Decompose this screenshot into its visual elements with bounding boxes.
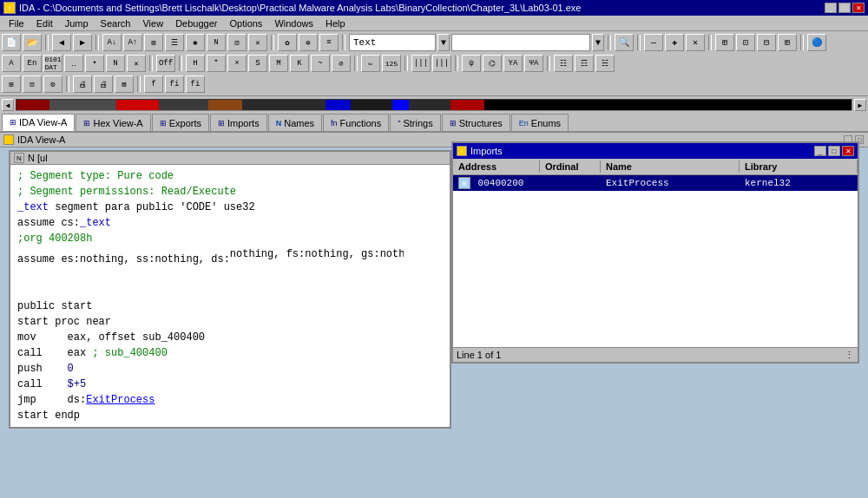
- minimize-button[interactable]: _: [825, 3, 837, 13]
- menu-search[interactable]: Search: [95, 17, 136, 29]
- imports-close[interactable]: ✕: [842, 146, 854, 156]
- tb21[interactable]: ⊞: [778, 34, 797, 51]
- r2-9[interactable]: H: [186, 55, 205, 72]
- tb22[interactable]: 🔵: [807, 34, 826, 51]
- tb7[interactable]: ✱: [186, 34, 205, 51]
- r3-1[interactable]: ⊞: [2, 75, 21, 93]
- second-dropdown[interactable]: [451, 34, 590, 51]
- r2-13[interactable]: M: [269, 55, 288, 72]
- tb8[interactable]: N: [207, 34, 226, 51]
- tab-exports[interactable]: ⊞ Exports: [152, 114, 209, 131]
- tab-label-strings: Strings: [403, 118, 432, 128]
- close-button[interactable]: ✕: [852, 3, 865, 13]
- imports-maximize[interactable]: □: [828, 146, 840, 156]
- tab-imports[interactable]: ⊞ Imports: [210, 114, 267, 131]
- r2-6[interactable]: N: [106, 55, 125, 72]
- forward-button[interactable]: ▶: [73, 34, 92, 51]
- tb3[interactable]: A↓: [102, 34, 122, 51]
- code-line-2: ; Segment permissions: Read/Execute: [17, 184, 443, 200]
- r2-25[interactable]: ☷: [554, 55, 573, 72]
- r2-21[interactable]: ψ: [462, 55, 481, 72]
- r2-12[interactable]: S: [248, 55, 267, 72]
- r2-10[interactable]: *: [207, 55, 226, 72]
- tb19[interactable]: ⊡: [736, 34, 755, 51]
- tb11[interactable]: ✿: [278, 34, 297, 51]
- tab-structures[interactable]: ⊞ Structures: [442, 114, 510, 131]
- r2-14[interactable]: K: [290, 55, 309, 72]
- code-window: N N [ul ; Segment type: Pure code ; Segm…: [9, 150, 451, 429]
- r2-27[interactable]: ☵: [595, 55, 615, 72]
- tab-strings[interactable]: " Strings: [390, 114, 440, 131]
- tab-hex-view-a[interactable]: ⊞ Hex View-A: [76, 114, 150, 131]
- toolbar-area: 📄 📂 ◀ ▶ A↓ A↑ ⊞ ☰ ✱ N ⊡ ✕ ✿ ⊕ ≡ Text ▼ ▼…: [0, 31, 868, 96]
- tb18[interactable]: ⊞: [715, 34, 734, 51]
- menu-edit[interactable]: Edit: [31, 17, 58, 29]
- code-content[interactable]: ; Segment type: Pure code ; Segment perm…: [10, 165, 450, 427]
- menu-help[interactable]: Help: [320, 17, 351, 29]
- r2-23[interactable]: YA: [503, 55, 523, 72]
- r2-26[interactable]: ☶: [575, 55, 594, 72]
- r3-9[interactable]: fi: [186, 75, 205, 93]
- color-strip: [16, 99, 852, 111]
- text-dropdown[interactable]: Text: [349, 34, 436, 51]
- r2-16[interactable]: ⊘: [332, 55, 351, 72]
- r2-7[interactable]: ✕: [127, 55, 146, 72]
- nav-prev[interactable]: ◀: [2, 99, 14, 111]
- seg-red3: [450, 100, 483, 110]
- tab-names[interactable]: N Names: [268, 114, 322, 131]
- nav-next[interactable]: ▶: [854, 99, 866, 111]
- r3-6[interactable]: ⊠: [115, 75, 134, 93]
- tab-functions[interactable]: fn Functions: [323, 114, 389, 131]
- r2-3[interactable]: 0101DAT: [43, 55, 62, 72]
- back-button[interactable]: ◀: [52, 34, 71, 51]
- r2-8[interactable]: Off: [156, 55, 175, 72]
- menu-file[interactable]: File: [3, 17, 30, 29]
- imports-minimize[interactable]: _: [814, 146, 826, 156]
- tb12[interactable]: ⊕: [299, 34, 318, 51]
- dropdown-arrow[interactable]: ▼: [437, 34, 450, 51]
- r3-7[interactable]: f: [144, 75, 163, 93]
- r3-3[interactable]: ⚙: [43, 75, 62, 93]
- tb5[interactable]: ⊞: [144, 34, 163, 51]
- imports-columns: Address Ordinal Name Library: [453, 159, 858, 175]
- r2-19[interactable]: |||: [411, 55, 431, 72]
- tab-ida-view-a[interactable]: ⊞ IDA View-A: [2, 114, 75, 131]
- maximize-button[interactable]: □: [838, 3, 851, 13]
- r2-15[interactable]: ~: [311, 55, 330, 72]
- tab-enums[interactable]: En Enums: [511, 114, 569, 131]
- tb4[interactable]: A↑: [123, 34, 142, 51]
- dropdown-arrow2[interactable]: ▼: [592, 34, 604, 51]
- r2-24[interactable]: ΨA: [524, 55, 543, 72]
- r2-11[interactable]: ×: [227, 55, 247, 72]
- menu-debugger[interactable]: Debugger: [170, 17, 222, 29]
- tb20[interactable]: ⊟: [757, 34, 776, 51]
- open-button[interactable]: 📂: [23, 34, 42, 51]
- r3-8[interactable]: fi: [165, 75, 184, 93]
- tb15[interactable]: —: [644, 34, 663, 51]
- r2-5[interactable]: •: [85, 55, 104, 72]
- menu-jump[interactable]: Jump: [60, 17, 94, 29]
- r2-20[interactable]: |||: [432, 55, 451, 72]
- r2-1[interactable]: A: [2, 55, 21, 72]
- r3-4[interactable]: 🖨: [73, 75, 92, 93]
- tb10[interactable]: ✕: [248, 34, 267, 51]
- menu-options[interactable]: Options: [224, 17, 267, 29]
- r2-22[interactable]: ⌬: [483, 55, 502, 72]
- r2-4[interactable]: ‥: [64, 55, 83, 72]
- tb9[interactable]: ⊡: [227, 34, 247, 51]
- menu-view[interactable]: View: [137, 17, 168, 29]
- menu-windows[interactable]: Windows: [269, 17, 319, 29]
- r3-2[interactable]: ⊡: [23, 75, 42, 93]
- tb16[interactable]: ✚: [665, 34, 684, 51]
- tb13[interactable]: ≡: [319, 34, 339, 51]
- tb14[interactable]: 🔍: [615, 34, 634, 51]
- r2-2[interactable]: En: [23, 55, 42, 72]
- r2-17[interactable]: ⇐: [361, 55, 380, 72]
- new-button[interactable]: 📄: [2, 34, 21, 51]
- imports-status: Line 1 of 1 ⋮: [453, 347, 858, 362]
- r2-18[interactable]: 125: [382, 55, 401, 72]
- table-row[interactable]: ⊞ 00400200 ExitProcess kernel32: [453, 175, 858, 191]
- r3-5[interactable]: 🖨: [94, 75, 113, 93]
- tb17[interactable]: ✕: [686, 34, 705, 51]
- tb6[interactable]: ☰: [165, 34, 184, 51]
